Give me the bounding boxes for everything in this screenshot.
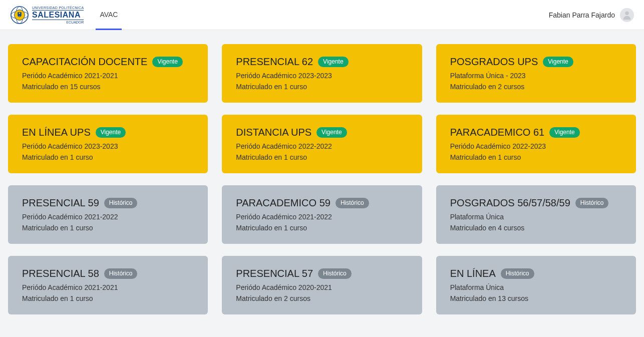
card-enroll: Matriculado en 1 curso (236, 153, 408, 161)
course-card[interactable]: DISTANCIA UPSVigentePeriódo Académico 20… (222, 115, 422, 173)
status-badge: Vigente (316, 127, 347, 138)
status-badge: Histórico (336, 198, 369, 208)
card-title: EN LÍNEA UPS (22, 127, 91, 138)
logo-text: UNIVERSIDAD POLITÉCNICA SALESIANA ECUADO… (32, 6, 84, 24)
card-period: Periódo Académico 2021-2022 (236, 213, 408, 221)
user-name[interactable]: Fabian Parra Fajardo (549, 11, 615, 19)
card-period: Periódo Académico 2021-2021 (22, 72, 194, 80)
card-title: PRESENCIAL 58 (22, 268, 99, 279)
course-card[interactable]: PRESENCIAL 57HistóricoPeriódo Académico … (222, 256, 422, 314)
course-card[interactable]: EN LÍNEAHistóricoPlataforma ÚnicaMatricu… (436, 256, 636, 314)
card-head: PRESENCIAL 59Histórico (22, 197, 194, 209)
card-enroll: Matriculado en 2 cursos (450, 83, 622, 91)
card-period: Plataforma Única (450, 283, 622, 291)
svg-point-5 (19, 13, 21, 14)
card-head: POSGRADOS UPSVigente (450, 56, 622, 68)
card-enroll: Matriculado en 4 cursos (450, 224, 622, 232)
status-badge: Vigente (549, 127, 579, 138)
card-head: EN LÍNEAHistórico (450, 268, 622, 279)
status-badge: Vigente (96, 127, 126, 138)
card-head: PRESENCIAL 62Vigente (236, 56, 408, 68)
status-badge: Histórico (575, 198, 609, 208)
course-card[interactable]: POSGRADOS UPSVigentePlataforma Única - 2… (436, 44, 636, 103)
card-head: PRESENCIAL 58Histórico (22, 268, 194, 279)
status-badge: Histórico (104, 198, 138, 208)
card-period: Periódo Académico 2022-2023 (450, 142, 622, 150)
course-card[interactable]: EN LÍNEA UPSVigentePeriódo Académico 202… (8, 115, 208, 173)
card-period: Periódo Académico 2022-2022 (236, 142, 408, 150)
card-enroll: Matriculado en 1 curso (22, 224, 194, 232)
card-enroll: Matriculado en 1 curso (22, 294, 194, 302)
card-grid: CAPACITACIÓN DOCENTEVigentePeriódo Acadé… (0, 30, 644, 322)
card-head: DISTANCIA UPSVigente (236, 127, 408, 138)
card-enroll: Matriculado en 1 curso (236, 224, 408, 232)
svg-point-6 (625, 11, 628, 15)
card-enroll: Matriculado en 2 cursos (236, 294, 408, 302)
card-period: Periódo Académico 2021-2022 (22, 213, 194, 221)
nav-avac[interactable]: AVAC (96, 1, 122, 30)
card-title: PRESENCIAL 62 (236, 56, 313, 68)
card-enroll: Matriculado en 1 curso (236, 83, 408, 91)
logo-sub-text: ECUADOR (32, 20, 84, 24)
user-icon (621, 10, 632, 21)
header-right: Fabian Parra Fajardo (549, 8, 634, 22)
card-title: EN LÍNEA (450, 268, 496, 279)
course-card[interactable]: PRESENCIAL 58HistóricoPeriódo Académico … (8, 256, 208, 314)
logo-link[interactable]: UNIVERSIDAD POLITÉCNICA SALESIANA ECUADO… (10, 6, 84, 25)
status-badge: Vigente (152, 57, 182, 67)
course-card[interactable]: CAPACITACIÓN DOCENTEVigentePeriódo Acadé… (8, 44, 208, 103)
card-title: POSGRADOS 56/57/58/59 (450, 197, 570, 209)
card-title: DISTANCIA UPS (236, 127, 311, 138)
card-head: PARACADEMICO 61Vigente (450, 127, 622, 138)
card-enroll: Matriculado en 1 curso (22, 153, 194, 161)
card-title: PRESENCIAL 59 (22, 197, 99, 209)
card-enroll: Matriculado en 15 cursos (22, 83, 194, 91)
logo-top-text: UNIVERSIDAD POLITÉCNICA (32, 6, 84, 11)
course-card[interactable]: PRESENCIAL 62VigentePeriódo Académico 20… (222, 44, 422, 103)
card-title: PARACADEMICO 59 (236, 197, 331, 209)
card-enroll: Matriculado en 1 curso (450, 153, 622, 161)
avatar[interactable] (620, 8, 634, 22)
globe-icon (10, 6, 29, 25)
card-head: PRESENCIAL 57Histórico (236, 268, 408, 279)
course-card[interactable]: PRESENCIAL 59HistóricoPeriódo Académico … (8, 185, 208, 244)
header-left: UNIVERSIDAD POLITÉCNICA SALESIANA ECUADO… (10, 0, 122, 30)
card-head: EN LÍNEA UPSVigente (22, 127, 194, 138)
status-badge: Vigente (318, 57, 348, 67)
course-card[interactable]: POSGRADOS 56/57/58/59HistóricoPlataforma… (436, 185, 636, 244)
card-period: Periódo Académico 2021-2021 (22, 283, 194, 291)
header: UNIVERSIDAD POLITÉCNICA SALESIANA ECUADO… (0, 0, 644, 30)
status-badge: Vigente (543, 57, 573, 67)
course-card[interactable]: PARACADEMICO 59HistóricoPeriódo Académic… (222, 185, 422, 244)
card-title: POSGRADOS UPS (450, 56, 538, 68)
logo-main-text: SALESIANA (32, 11, 84, 19)
card-title: PARACADEMICO 61 (450, 127, 545, 138)
card-enroll: Matriculado en 13 cursos (450, 294, 622, 302)
card-period: Plataforma Única (450, 213, 622, 221)
status-badge: Histórico (104, 268, 138, 279)
card-title: PRESENCIAL 57 (236, 268, 313, 279)
card-period: Plataforma Única - 2023 (450, 72, 622, 80)
card-head: PARACADEMICO 59Histórico (236, 197, 408, 209)
status-badge: Histórico (318, 268, 352, 279)
card-period: Periódo Académico 2020-2021 (236, 283, 408, 291)
card-period: Periódo Académico 2023-2023 (236, 72, 408, 80)
course-card[interactable]: PARACADEMICO 61VigentePeriódo Académico … (436, 115, 636, 173)
card-period: Periódo Académico 2023-2023 (22, 142, 194, 150)
card-title: CAPACITACIÓN DOCENTE (22, 56, 147, 68)
card-head: POSGRADOS 56/57/58/59Histórico (450, 197, 622, 209)
status-badge: Histórico (501, 268, 534, 279)
card-head: CAPACITACIÓN DOCENTEVigente (22, 56, 194, 68)
